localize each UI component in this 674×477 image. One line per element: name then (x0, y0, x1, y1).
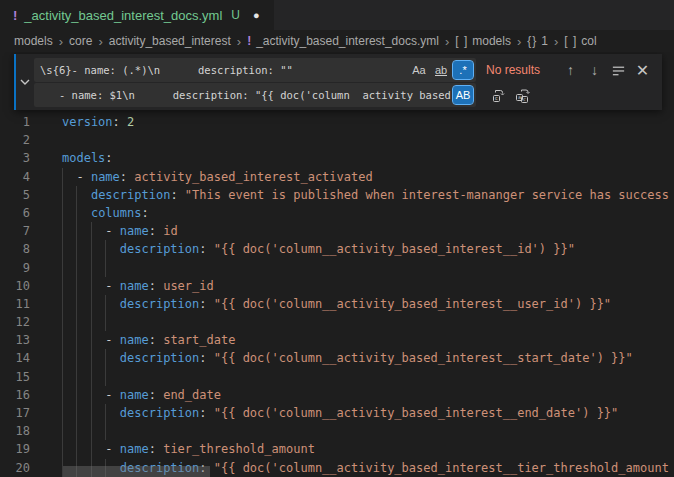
line-number: 17 (0, 404, 30, 422)
symbol-object-icon: {} (527, 34, 537, 48)
line-number: 10 (0, 277, 30, 295)
breadcrumb-separator-icon: › (554, 35, 558, 48)
indent-guide (105, 422, 106, 440)
symbol-array-icon: [ ] (564, 34, 577, 48)
code-line[interactable]: 18 (0, 422, 674, 440)
indent-guide (91, 422, 92, 440)
find-results-count: No results (486, 63, 548, 77)
line-number: 12 (0, 313, 30, 331)
indent-guide (105, 368, 106, 386)
code-line[interactable]: 9 (0, 259, 674, 277)
line-number: 9 (0, 259, 30, 277)
code-line[interactable]: 6 columns: (0, 204, 674, 222)
code-line[interactable]: 11 description: "{{ doc('column__activit… (0, 295, 674, 313)
line-number: 20 (0, 459, 30, 477)
indent-guide (76, 295, 77, 313)
regex-toggle[interactable]: .* (453, 61, 473, 79)
indent-guide (105, 404, 106, 422)
code-line[interactable]: 19 - name: tier_threshold_amount (0, 440, 674, 458)
symbol-array-icon: [ ] (455, 34, 468, 48)
preserve-case-toggle[interactable]: AB (453, 86, 473, 104)
indent-guide (62, 204, 63, 222)
indent-guide (62, 368, 63, 386)
breadcrumb-separator-icon: › (445, 35, 449, 48)
breadcrumb-item[interactable]: {}1 (527, 34, 548, 48)
indent-guide (76, 240, 77, 258)
code-line[interactable]: 15 (0, 368, 674, 386)
whole-word-toggle[interactable]: ab (431, 61, 451, 79)
git-untracked-badge: U (231, 8, 240, 22)
svg-text:a: a (517, 94, 520, 100)
indent-guide (62, 295, 63, 313)
find-input[interactable]: \s{6}- name: (.*)\n description: "" Aa a… (34, 58, 476, 82)
toggle-replace-button[interactable] (16, 54, 34, 110)
code-line[interactable]: 16 - name: end_date (0, 386, 674, 404)
line-number: 14 (0, 349, 30, 367)
code-line[interactable]: 7 - name: id (0, 222, 674, 240)
line-number: 18 (0, 422, 30, 440)
code-line[interactable]: 2 (0, 131, 674, 149)
code-line[interactable]: 14 description: "{{ doc('column__activit… (0, 349, 674, 367)
indent-guide (62, 331, 63, 349)
line-number: 4 (0, 168, 30, 186)
breadcrumb-item[interactable]: core (69, 34, 92, 48)
indent-guide (105, 240, 106, 258)
indent-guide (105, 259, 106, 277)
indent-guide (76, 222, 77, 240)
indent-guide (91, 440, 92, 458)
line-number: 6 (0, 204, 30, 222)
breadcrumb-item[interactable]: [ ]col (564, 34, 596, 48)
line-number: 11 (0, 295, 30, 313)
svg-text:c: c (494, 95, 497, 101)
code-line[interactable]: 13 - name: start_date (0, 331, 674, 349)
breadcrumb-separator-icon: › (59, 35, 63, 48)
find-in-selection-button[interactable] (608, 60, 629, 81)
indent-guide (76, 331, 77, 349)
previous-match-button[interactable]: ↑ (560, 60, 581, 81)
indent-guide (62, 240, 63, 258)
indent-guide (91, 368, 92, 386)
modified-dot-icon[interactable]: ● (253, 9, 260, 21)
match-case-toggle[interactable]: Aa (409, 61, 429, 79)
next-match-button[interactable]: ↓ (584, 60, 605, 81)
indent-guide (91, 295, 92, 313)
indent-guide (76, 422, 77, 440)
code-line[interactable]: 3models: (0, 149, 674, 167)
svg-text:c: c (522, 96, 525, 102)
tab-filename: _activity_based_interest_docs.yml (24, 8, 222, 23)
replace-all-button[interactable]: a c (512, 85, 533, 106)
horizontal-scrollbar[interactable] (63, 466, 210, 477)
tab-bar: ! _activity_based_interest_docs.yml U ● (0, 0, 674, 30)
indent-guide (91, 313, 92, 331)
indent-guide (91, 331, 92, 349)
editor-tab[interactable]: ! _activity_based_interest_docs.yml U ● (0, 0, 275, 30)
line-number: 5 (0, 186, 30, 204)
line-number: 2 (0, 131, 30, 149)
code-line[interactable]: 4 - name: activity_based_interest_activa… (0, 168, 674, 186)
breadcrumb-item[interactable]: activity_based_interest (109, 34, 231, 48)
code-line[interactable]: 5 description: "This event is published … (0, 186, 674, 204)
close-find-button[interactable]: ✕ (632, 60, 653, 81)
replace-value-text: - name: $1\n description: "{{ doc('colum… (40, 89, 451, 101)
find-in-selection-icon (611, 63, 626, 78)
indent-guide (76, 277, 77, 295)
breadcrumb-item[interactable]: !_activity_based_interest_docs.yml (247, 34, 439, 48)
indent-guide (76, 349, 77, 367)
code-line[interactable]: 10 - name: user_id (0, 277, 674, 295)
indent-guide (62, 313, 63, 331)
replace-button[interactable]: c (488, 85, 509, 106)
code-lines: 1version: 223models:4 - name: activity_b… (0, 52, 674, 477)
chevron-down-icon (19, 76, 31, 88)
code-line[interactable]: 8 description: "{{ doc('column__activity… (0, 240, 674, 258)
indent-guide (91, 259, 92, 277)
line-number: 15 (0, 368, 30, 386)
code-line[interactable]: 12 (0, 313, 674, 331)
breadcrumb-item[interactable]: [ ]models (455, 34, 511, 48)
indent-guide (62, 168, 63, 186)
code-line[interactable]: 17 description: "{{ doc('column__activit… (0, 404, 674, 422)
replace-input[interactable]: - name: $1\n description: "{{ doc('colum… (34, 83, 476, 107)
indent-guide (62, 386, 63, 404)
breadcrumb-item[interactable]: models (14, 34, 53, 48)
code-line[interactable]: 1version: 2 (0, 113, 674, 131)
editor-pane[interactable]: \s{6}- name: (.*)\n description: "" Aa a… (0, 52, 674, 477)
